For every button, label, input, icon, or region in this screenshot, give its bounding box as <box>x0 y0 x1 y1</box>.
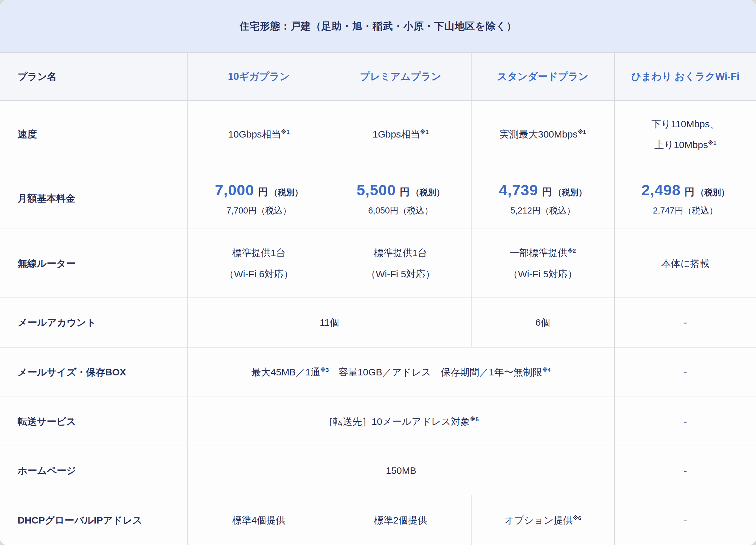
plan-name-premium: プレミアムプラン <box>360 70 441 83</box>
cell-price-himawari: 2,498 円 （税別） 2,747円（税込） <box>615 168 756 228</box>
cell-forward-shared: ［転送先］10メールアドレス対象※5 <box>188 397 614 446</box>
footnote-mark: ※1 <box>281 129 290 135</box>
price-tax-included: 6,050円（税込） <box>368 205 433 216</box>
plan-header-standard: スタンダードプラン <box>472 53 614 100</box>
row-label-mail-size: メールサイズ・保存BOX <box>0 348 187 397</box>
row-label-forward: 転送サービス <box>0 397 187 446</box>
cell-speed-himawari: 下り110Mbps、 上り10Mbps※1 <box>615 101 756 168</box>
plan-name-10giga: 10ギガプラン <box>228 70 290 83</box>
cell-homepage-shared: 150MB <box>188 446 614 495</box>
price-tax-note: （税別） <box>696 187 729 198</box>
plan-header-premium: プレミアムプラン <box>330 53 471 100</box>
row-label-mail-account: メールアカウント <box>0 298 187 347</box>
price-tax-included: 2,747円（税込） <box>653 205 718 216</box>
cell-dhcp-himawari: - <box>615 495 756 545</box>
row-label-price: 月額基本料金 <box>0 168 187 228</box>
plan-header-himawari: ひまわり おくラクWi-Fi <box>615 53 756 100</box>
footnote-mark: ※1 <box>578 129 586 135</box>
footnote-mark: ※5 <box>470 416 479 423</box>
cell-router-himawari: 本体に搭載 <box>615 229 756 298</box>
cell-mail-account-standard: 6個 <box>472 298 614 347</box>
price-amount: 4,739 <box>499 181 538 200</box>
cell-dhcp-standard: オプション提供※6 <box>472 495 614 545</box>
price-tax-included: 5,212円（税込） <box>510 205 575 216</box>
cell-speed-standard: 実測最大300Mbps※1 <box>472 101 614 168</box>
price-amount: 7,000 <box>215 181 254 200</box>
cell-price-standard: 4,739 円 （税別） 5,212円（税込） <box>472 168 614 228</box>
row-label-plan-name: プラン名 <box>0 53 187 100</box>
cell-forward-himawari: - <box>615 397 756 446</box>
cell-price-10giga: 7,000 円 （税別） 7,700円（税込） <box>188 168 330 228</box>
price-amount: 5,500 <box>357 181 396 200</box>
plan-header-10giga: 10ギガプラン <box>188 53 330 100</box>
cell-mail-size-himawari: - <box>615 348 756 397</box>
cell-router-10giga: 標準提供1台 （Wi-Fi 6対応） <box>188 229 330 298</box>
cell-mail-size-shared: 最大45MB／1通※3 容量10GB／アドレス 保存期間／1年〜無制限※4 <box>188 348 614 397</box>
cell-mail-account-himawari: - <box>615 298 756 347</box>
footnote-mark: ※2 <box>567 247 576 254</box>
footnote-mark: ※3 <box>320 367 329 373</box>
price-tax-note: （税別） <box>554 187 587 198</box>
banner-title: 住宅形態：戸建（足助・旭・稲武・小原・下山地区を除く） <box>239 20 516 33</box>
price-unit: 円 <box>685 186 694 198</box>
cell-price-premium: 5,500 円 （税別） 6,050円（税込） <box>330 168 471 228</box>
price-tax-note: （税別） <box>269 187 303 198</box>
cell-dhcp-premium: 標準2個提供 <box>330 495 471 545</box>
price-unit: 円 <box>258 186 268 198</box>
price-tax-note: （税別） <box>411 187 445 198</box>
cell-dhcp-10giga: 標準4個提供 <box>188 495 330 545</box>
price-tax-included: 7,700円（税込） <box>226 205 292 216</box>
row-label-router: 無線ルーター <box>0 229 187 298</box>
cell-speed-10giga: 10Gbps相当※1 <box>188 101 330 168</box>
row-label-dhcp: DHCPグローバルIPアドレス <box>0 495 187 545</box>
cell-router-standard: 一部標準提供※2 （Wi-Fi 5対応） <box>472 229 614 298</box>
plan-name-himawari: ひまわり おくラクWi-Fi <box>631 70 740 83</box>
row-label-speed: 速度 <box>0 101 187 168</box>
housing-type-banner: 住宅形態：戸建（足助・旭・稲武・小原・下山地区を除く） <box>0 0 756 52</box>
plan-comparison-table: プラン名 10ギガプラン プレミアムプラン スタンダードプラン ひまわり おくラ… <box>0 52 756 545</box>
cell-homepage-himawari: - <box>615 446 756 495</box>
price-amount: 2,498 <box>641 181 681 200</box>
footnote-mark: ※6 <box>573 515 581 521</box>
row-label-homepage: ホームページ <box>0 446 187 495</box>
cell-mail-account-giga-premium: 11個 <box>188 298 471 347</box>
plan-name-standard: スタンダードプラン <box>497 70 588 83</box>
cell-router-premium: 標準提供1台 （Wi-Fi 5対応） <box>330 229 471 298</box>
footnote-mark: ※1 <box>420 129 429 135</box>
cell-speed-premium: 1Gbps相当※1 <box>330 101 471 168</box>
footnote-mark: ※1 <box>708 139 717 146</box>
plan-comparison-card: 住宅形態：戸建（足助・旭・稲武・小原・下山地区を除く） プラン名 10ギガプラン… <box>0 0 756 545</box>
price-unit: 円 <box>400 186 410 198</box>
price-unit: 円 <box>542 186 552 198</box>
footnote-mark: ※4 <box>542 367 551 373</box>
